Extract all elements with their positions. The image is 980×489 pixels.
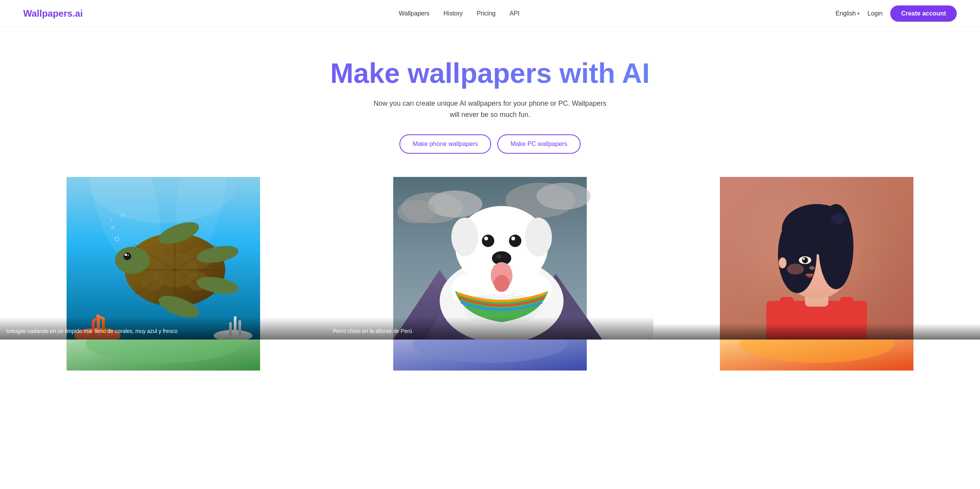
svg-point-56 [451,218,478,256]
nav-history[interactable]: History [444,10,463,17]
make-pc-wallpapers-button[interactable]: Make PC wallpapers [497,134,581,154]
svg-point-57 [525,218,552,256]
gallery: tortugas nadando en un limpido mar lleno… [0,177,980,340]
svg-point-38 [428,190,482,218]
nav-pricing[interactable]: Pricing [477,10,496,17]
nav-right: English ▾ Login Create account [836,5,957,22]
svg-point-77 [831,213,845,224]
brand-logo[interactable]: Wallpapers.ai [23,8,83,19]
hero-buttons: Make phone wallpapers Make PC wallpapers [8,134,972,154]
nav-api[interactable]: API [509,10,519,17]
login-link[interactable]: Login [867,10,882,17]
gallery-item-turtle[interactable]: tortugas nadando en un limpido mar lleno… [0,177,327,340]
hero-heading: Make wallpapers with AI [8,58,972,89]
svg-point-84 [779,257,786,268]
hero-subheading: Now you can create unique AI wallpapers … [370,98,610,120]
svg-point-81 [803,258,805,260]
turtle-image [0,177,327,340]
svg-point-41 [536,183,591,210]
nav-wallpapers[interactable]: Wallpapers [399,10,429,17]
svg-point-65 [494,275,509,292]
svg-point-59 [509,235,521,247]
gallery-item-girl[interactable] [653,177,980,340]
make-phone-wallpapers-button[interactable]: Make phone wallpapers [399,134,491,154]
nav-links: Wallpapers History Pricing API [399,10,519,17]
hero-section: Make wallpapers with AI Now you can crea… [0,27,980,177]
create-account-button[interactable]: Create account [890,5,957,22]
caption-text-turtle: tortugas nadando en un limpido mar lleno… [6,328,178,334]
svg-point-25 [123,252,131,260]
svg-point-39 [397,200,436,223]
navbar: Wallpapers.ai Wallpapers History Pricing… [0,0,980,27]
gallery-caption-girl [653,323,980,340]
svg-point-75 [782,204,852,254]
language-label: English [836,10,856,17]
caption-text-dog: Perro chino en la alturas de Perú [333,328,412,334]
gallery-bottom-row [0,340,980,371]
svg-point-60 [484,237,488,240]
svg-point-82 [809,266,815,270]
svg-point-83 [787,264,804,275]
svg-point-27 [128,254,129,256]
svg-point-61 [511,237,515,240]
gallery-caption-turtle: tortugas nadando en un limpido mar lleno… [0,317,327,340]
svg-rect-70 [840,297,853,320]
svg-point-26 [125,254,127,256]
gallery-bottom-3[interactable] [653,340,980,371]
svg-point-24 [115,247,150,274]
svg-point-18 [140,272,163,291]
girl-image [653,177,980,340]
svg-point-58 [482,235,494,247]
language-selector[interactable]: English ▾ [836,10,860,17]
svg-point-55 [480,208,523,239]
gallery-item-dog[interactable]: Perro chino en la alturas de Perú [327,177,653,340]
chevron-down-icon: ▾ [857,11,860,16]
svg-point-63 [496,255,502,259]
dog-image [327,177,653,340]
gallery-bottom-2[interactable] [327,340,653,371]
gallery-bottom-1[interactable] [0,340,327,371]
gallery-caption-dog: Perro chino en la alturas de Perú [327,317,653,340]
svg-rect-69 [780,297,793,320]
